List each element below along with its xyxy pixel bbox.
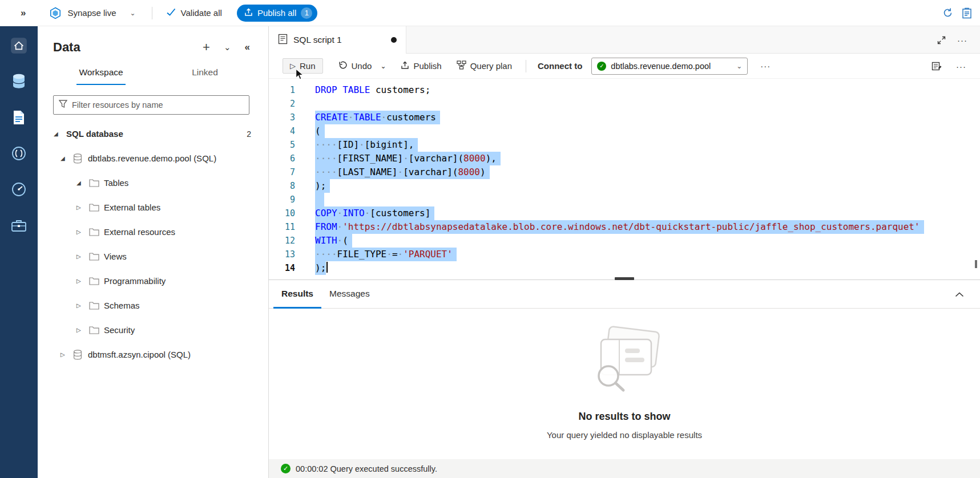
tab-more-icon[interactable]: ··· [957, 26, 967, 54]
undo-dropdown-icon[interactable]: ⌄ [380, 62, 386, 70]
overview-ruler-mark [975, 260, 977, 268]
pool-chevron-icon: ⌄ [736, 62, 742, 70]
expand-editor-icon[interactable] [937, 26, 946, 54]
code-line[interactable]: 14); [269, 261, 980, 275]
tree-item-views[interactable]: ▷Views [38, 244, 268, 269]
collapsed-twisty-icon[interactable]: ▷ [76, 327, 89, 333]
script-icon [278, 34, 288, 47]
code-line[interactable]: 13····FILE_TYPE·=·'PARQUET' [269, 248, 980, 261]
text-cursor [326, 262, 328, 273]
filter-input[interactable] [72, 100, 244, 110]
tab-linked[interactable]: Linked [153, 67, 257, 85]
validate-all-button[interactable]: Validate all [166, 7, 222, 18]
clipboard-icon[interactable] [957, 7, 977, 19]
tree-item-dbtlabs-revenue-demo-pool-sql[interactable]: ◢dbtlabs.revenue.demo.pool (SQL) [38, 146, 268, 171]
expanded-twisty-icon[interactable]: ◢ [76, 180, 89, 186]
validate-check-icon [166, 7, 176, 18]
code-line[interactable]: 8); [269, 179, 980, 193]
sidebar-item-integrate[interactable] [0, 136, 38, 172]
pool-selector[interactable]: ✓ dbtlabs.revenue.demo.pool ⌄ [591, 58, 748, 75]
left-rail [0, 26, 38, 478]
collapsed-twisty-icon[interactable]: ▷ [76, 302, 89, 309]
code-line[interactable]: 6····[FIRST_NAME]·[varchar](8000), [269, 152, 980, 165]
line-number: 7 [269, 165, 295, 179]
properties-icon[interactable] [931, 62, 942, 71]
sidebar-item-home[interactable] [0, 29, 38, 64]
run-button[interactable]: ▷ Run [283, 58, 323, 74]
code-line[interactable]: 2 [269, 97, 980, 111]
add-resource-icon[interactable]: + [203, 40, 210, 55]
line-number: 5 [269, 138, 295, 152]
play-icon: ▷ [290, 62, 296, 70]
publish-button[interactable]: Publish [401, 61, 441, 71]
pool-name: dbtlabs.revenue.demo.pool [611, 62, 732, 71]
folder-icon [89, 326, 104, 334]
undo-button[interactable]: Undo [338, 60, 372, 71]
resource-tree: ◢SQL database2◢dbtlabs.revenue.demo.pool… [38, 121, 268, 367]
code-line[interactable]: 9 [269, 193, 980, 206]
count-badge: 2 [247, 129, 251, 139]
collapsed-twisty-icon[interactable]: ▷ [76, 253, 89, 260]
status-message: 00:00:02 Query executed successfully. [296, 464, 437, 473]
line-number: 6 [269, 152, 295, 165]
tree-item-external-tables[interactable]: ▷External tables [38, 195, 268, 220]
tab-sql-script-1[interactable]: SQL script 1 [269, 26, 406, 54]
top-bar: » Synapse live ⌄ Validate all Publish al… [0, 0, 980, 26]
tree-item-schemas[interactable]: ▷Schemas [38, 293, 268, 318]
expanded-twisty-icon[interactable]: ◢ [61, 155, 73, 161]
line-number: 12 [269, 234, 295, 248]
panel-resize-handle[interactable] [615, 277, 634, 280]
collapsed-twisty-icon[interactable]: ▷ [76, 278, 89, 284]
mode-chevron-icon[interactable]: ⌄ [130, 9, 136, 17]
code-line[interactable]: 4( [269, 124, 980, 138]
folder-icon [89, 277, 104, 285]
tree-item-sql-database[interactable]: ◢SQL database2 [38, 121, 268, 146]
code-editor[interactable]: 1DROP TABLE customers;23CREATE·TABLE·cus… [269, 79, 980, 279]
code-line[interactable]: 5····[ID]·[bigint], [269, 138, 980, 152]
tree-item-dbtmsft-azsyn-cipool-sql[interactable]: ▷dbtmsft.azsyn.cipool (SQL) [38, 342, 268, 367]
collapsed-twisty-icon[interactable]: ▷ [76, 229, 89, 235]
folder-icon [89, 252, 104, 261]
collapse-all-icon[interactable]: ⌄ [224, 42, 231, 52]
tree-item-programmability[interactable]: ▷Programmability [38, 269, 268, 293]
status-bar: ✓ 00:00:02 Query executed successfully. [269, 459, 980, 478]
sidebar-item-manage[interactable] [0, 208, 38, 244]
line-number: 13 [269, 248, 295, 261]
code-line[interactable]: 3CREATE·TABLE·customers [269, 111, 980, 124]
toolbar-more-icon[interactable]: ··· [760, 61, 771, 71]
filter-funnel-icon [59, 100, 67, 110]
briefcase-icon [11, 218, 27, 235]
expanded-twisty-icon[interactable]: ◢ [54, 131, 66, 137]
synapse-logo-icon [49, 7, 62, 19]
refresh-icon[interactable] [938, 7, 957, 18]
line-number: 2 [269, 97, 295, 111]
tab-title: SQL script 1 [293, 35, 385, 45]
tab-results[interactable]: Results [273, 280, 321, 309]
tree-item-external-resources[interactable]: ▷External resources [38, 220, 268, 244]
mode-selector[interactable]: Synapse live [67, 8, 116, 18]
code-line[interactable]: 12WITH·( [269, 234, 980, 248]
query-plan-button[interactable]: Query plan [457, 60, 512, 71]
collapsed-twisty-icon[interactable]: ▷ [76, 204, 89, 210]
sidebar-item-monitor[interactable] [0, 172, 38, 208]
publish-all-button[interactable]: Publish all 1 [237, 5, 317, 22]
collapse-panel-icon[interactable]: « [245, 42, 249, 53]
tree-item-tables[interactable]: ◢Tables [38, 171, 268, 195]
collapsed-twisty-icon[interactable]: ▷ [61, 351, 73, 358]
sidebar-item-develop[interactable] [0, 100, 38, 136]
expand-menu-icon[interactable]: » [21, 7, 25, 19]
tree-item-security[interactable]: ▷Security [38, 318, 268, 342]
code-line[interactable]: 11FROM·'https://dbtlabsynapsedatalake.bl… [269, 220, 980, 234]
sidebar-item-data[interactable] [0, 64, 38, 100]
collapse-results-icon[interactable] [955, 280, 964, 309]
tab-workspace[interactable]: Workspace [49, 67, 153, 85]
toolbar-right-more-icon[interactable]: ··· [956, 62, 966, 71]
data-panel-tabs: Workspace Linked [38, 67, 268, 85]
empty-subtitle: Your query yielded no displayable result… [269, 430, 980, 440]
panel-title: Data [53, 40, 189, 55]
code-line[interactable]: 1DROP TABLE customers; [269, 83, 980, 97]
code-line[interactable]: 10COPY·INTO·[customers] [269, 206, 980, 220]
code-line[interactable]: 7····[LAST_NAME]·[varchar](8000) [269, 165, 980, 179]
publish-icon [401, 61, 409, 71]
tab-messages[interactable]: Messages [321, 280, 378, 309]
